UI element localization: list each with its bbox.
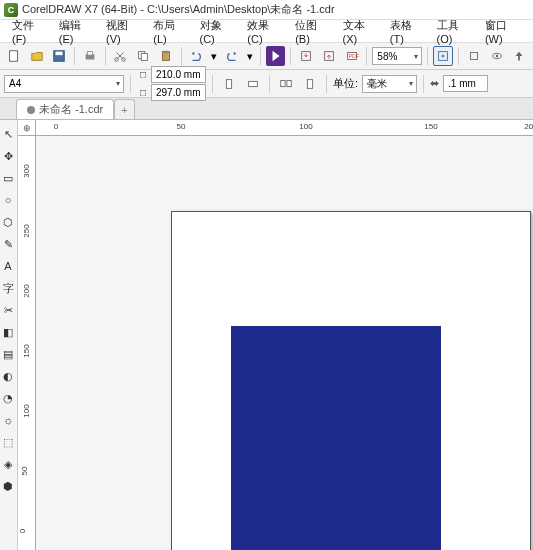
paste-icon[interactable] — [156, 46, 176, 66]
toolbox: ↖ ✥ ▭ ○ ⬡ ✎ A 字 ✂ ◧ ▤ ◐ ◔ ☼ ⬚ ◈ ⬢ — [0, 120, 18, 550]
separator — [269, 75, 270, 93]
separator — [290, 47, 291, 65]
crop-tool-icon[interactable]: ▭ — [0, 168, 16, 188]
ruler-origin-icon[interactable]: ⊕ — [18, 120, 36, 136]
snap-icon[interactable] — [464, 46, 484, 66]
svg-rect-2 — [56, 52, 63, 56]
separator — [105, 47, 106, 65]
width-label-icon: □ — [137, 69, 149, 80]
redo-drop-icon[interactable]: ▾ — [245, 46, 255, 66]
separator — [423, 75, 424, 93]
menu-edit[interactable]: 编辑(E) — [53, 16, 98, 47]
eyedropper-tool-icon[interactable]: ☼ — [0, 410, 16, 430]
svg-rect-0 — [9, 51, 17, 62]
menu-effects[interactable]: 效果(C) — [241, 16, 287, 47]
all-pages-icon[interactable] — [276, 74, 296, 94]
tab-status-icon — [27, 106, 35, 114]
svg-rect-22 — [287, 80, 291, 86]
copy-icon[interactable] — [133, 46, 153, 66]
launch-icon[interactable] — [509, 46, 529, 66]
export-icon[interactable] — [319, 46, 339, 66]
dimension-tool-icon[interactable]: ◧ — [0, 322, 16, 342]
separator — [366, 47, 367, 65]
horizontal-ruler[interactable]: 0 50 100 150 200 — [36, 120, 533, 136]
nudge-input[interactable] — [443, 75, 488, 92]
svg-rect-21 — [281, 80, 285, 86]
artistic-tool-icon[interactable]: ✎ — [0, 234, 16, 254]
units-label: 单位: — [333, 76, 358, 91]
rectangle-object[interactable] — [231, 326, 441, 550]
height-label-icon: □ — [137, 87, 149, 98]
table-tool-icon[interactable]: ✂ — [0, 300, 16, 320]
menu-text[interactable]: 文本(X) — [337, 16, 382, 47]
cut-icon[interactable] — [111, 46, 131, 66]
svg-rect-19 — [226, 79, 231, 88]
svg-rect-16 — [470, 53, 477, 60]
menu-file[interactable]: 文件(F) — [6, 16, 51, 47]
menu-tools[interactable]: 工具(O) — [431, 16, 477, 47]
effects-tool-icon[interactable]: ◐ — [0, 366, 16, 386]
drawing-stage[interactable] — [36, 136, 533, 550]
svg-rect-10 — [164, 51, 168, 54]
outline-tool-icon[interactable]: ⬚ — [0, 432, 16, 452]
fullscreen-icon[interactable] — [433, 46, 453, 66]
landscape-icon[interactable] — [243, 74, 263, 94]
undo-icon[interactable] — [187, 46, 207, 66]
transparency-tool-icon[interactable]: ◔ — [0, 388, 16, 408]
options-icon[interactable] — [487, 46, 507, 66]
connector-tool-icon[interactable]: ▤ — [0, 344, 16, 364]
text-tool-icon[interactable]: 字 — [0, 278, 16, 298]
menu-view[interactable]: 视图(V) — [100, 16, 145, 47]
portrait-icon[interactable] — [219, 74, 239, 94]
app-logo-icon: C — [4, 3, 18, 17]
svg-rect-8 — [141, 53, 147, 60]
page-size-dropdown[interactable]: A4 — [4, 75, 124, 93]
vertical-ruler[interactable]: 0 50 100 150 200 250 300 — [18, 136, 36, 550]
menu-object[interactable]: 对象(C) — [194, 16, 240, 47]
menu-layout[interactable]: 布局(L) — [147, 16, 191, 47]
freehand-tool-icon[interactable]: ⬡ — [0, 212, 16, 232]
menu-table[interactable]: 表格(T) — [384, 16, 429, 47]
undo-drop-icon[interactable]: ▾ — [209, 46, 219, 66]
separator — [212, 75, 213, 93]
page-height-input[interactable] — [151, 84, 206, 101]
redo-icon[interactable] — [222, 46, 242, 66]
separator — [326, 75, 327, 93]
units-dropdown[interactable]: 毫米 — [362, 75, 417, 93]
pick-tool-icon[interactable]: ↖ — [0, 124, 16, 144]
new-icon[interactable] — [4, 46, 24, 66]
page-width-input[interactable] — [151, 66, 206, 83]
save-icon[interactable] — [49, 46, 69, 66]
fill-tool-icon[interactable]: ◈ — [0, 454, 16, 474]
svg-rect-4 — [87, 52, 92, 56]
svg-point-18 — [495, 55, 498, 58]
open-icon[interactable] — [27, 46, 47, 66]
search-icon[interactable] — [266, 46, 286, 66]
menu-bar: 文件(F) 编辑(E) 视图(V) 布局(L) 对象(C) 效果(C) 位图(B… — [0, 20, 533, 42]
zoom-tool-icon[interactable]: ○ — [0, 190, 16, 210]
workspace: ↖ ✥ ▭ ○ ⬡ ✎ A 字 ✂ ◧ ▤ ◐ ◔ ☼ ⬚ ◈ ⬢ ⊕ 0 50… — [0, 120, 533, 550]
separator — [458, 47, 459, 65]
add-tab-button[interactable]: + — [114, 99, 134, 119]
print-icon[interactable] — [80, 46, 100, 66]
publish-icon[interactable]: PDF — [342, 46, 362, 66]
menu-bitmap[interactable]: 位图(B) — [289, 16, 334, 47]
current-page-icon[interactable] — [300, 74, 320, 94]
separator — [130, 75, 131, 93]
zoom-dropdown[interactable]: 58% — [372, 47, 422, 65]
canvas-area: ⊕ 0 50 100 150 200 0 50 100 150 200 250 … — [18, 120, 533, 550]
interactive-fill-icon[interactable]: ⬢ — [0, 476, 16, 496]
separator — [181, 47, 182, 65]
shape-tool-icon[interactable]: ✥ — [0, 146, 16, 166]
svg-rect-23 — [307, 79, 312, 88]
separator — [74, 47, 75, 65]
document-tab[interactable]: 未命名 -1.cdr — [16, 99, 114, 119]
nudge-label-icon: ⬌ — [430, 77, 439, 90]
menu-window[interactable]: 窗口(W) — [479, 16, 527, 47]
svg-text:PDF: PDF — [348, 53, 359, 59]
import-icon[interactable] — [296, 46, 316, 66]
rectangle-tool-icon[interactable]: A — [0, 256, 16, 276]
separator — [427, 47, 428, 65]
separator — [260, 47, 261, 65]
document-tabs: 未命名 -1.cdr + — [0, 98, 533, 120]
